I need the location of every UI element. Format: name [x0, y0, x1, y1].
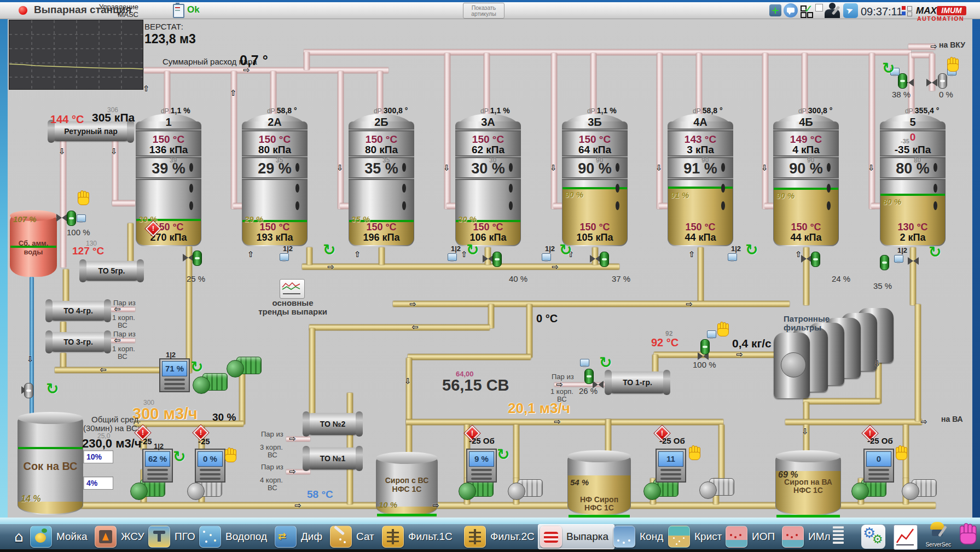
serversec-icon[interactable]: ServerSec — [925, 521, 952, 549]
stacked-bars-icon[interactable] — [833, 526, 844, 544]
user-service-icon[interactable] — [824, 2, 842, 19]
show-articles-button[interactable]: Показать артикулы — [463, 3, 505, 19]
manual-mode-hand-icon — [895, 445, 908, 460]
vku-valve-b[interactable] — [938, 73, 947, 89]
taskbar-item-pgo[interactable]: ПГО — [148, 526, 195, 548]
filters-label-2: фильтры — [784, 323, 821, 332]
trend-tray-icon[interactable] — [894, 525, 918, 550]
taskbar-item-iml[interactable]: ИМл — [782, 526, 831, 548]
selector-1-2[interactable]: 1|2 — [166, 351, 176, 359]
taskbar-item-moika[interactable]: Мойка — [30, 526, 88, 548]
telegram-icon[interactable]: ➤ — [843, 3, 858, 18]
drain-valve[interactable] — [24, 383, 33, 398]
hx-to-n2[interactable]: ТО №2 — [305, 413, 360, 435]
steam-total-value: 0,7 ° — [240, 53, 268, 68]
hx-to-n1[interactable]: ТО №1 — [305, 448, 360, 469]
selector-1-2[interactable]: 1|2 — [283, 245, 293, 253]
chat-icon[interactable] — [784, 3, 798, 18]
pump-gray[interactable] — [508, 478, 543, 501]
network-check-icon[interactable]: ✓ — [801, 4, 814, 18]
sirop-vs-tank[interactable]: Сироп с ВС НФС 1С 10 % — [376, 452, 438, 516]
evaporator-5[interactable]: dP 355,4 ° 5 0 -35 -35 кПа 80 80 % 80 % … — [880, 114, 946, 246]
setpoint-input-2[interactable]: 4% — [83, 477, 113, 490]
valve-body-icon — [801, 255, 812, 263]
hx-to4[interactable]: ТО 4-гр. — [48, 301, 108, 321]
valve-37[interactable] — [600, 252, 609, 267]
taskbar-item-kond[interactable]: Конд — [613, 526, 663, 548]
pump-green[interactable] — [227, 356, 262, 379]
nf-sirop-tank[interactable]: 54 % НФ Сироп НФС 1С — [567, 450, 631, 516]
checkbox-icon-1[interactable] — [815, 4, 823, 11]
mini-trend-chart[interactable] — [9, 20, 143, 90]
selector-1-2[interactable]: 1|2 — [154, 442, 164, 450]
evaporator-4a[interactable]: dP 58,8 ° 4А 143 °C 3 кПа 90 91 % 91 % 1… — [668, 114, 733, 246]
taskbar-item-filt2c[interactable]: Фильт.2С — [464, 526, 535, 548]
desktop-right-strip — [972, 0, 980, 552]
taskbar-item-vyparka-active[interactable]: Выпарка — [538, 524, 614, 549]
vfd-0[interactable]: 0 % — [195, 449, 225, 483]
evaporator-2a[interactable]: dP 58,8 ° 2А 150 °C 80 кПа 35 29 % 29 % … — [242, 114, 308, 246]
add-icon[interactable]: + — [769, 4, 781, 16]
taskbar-item-zhsu[interactable]: ЖСУ — [95, 526, 144, 548]
verstat-value: 123,8 м3 — [144, 32, 196, 47]
vfd-62[interactable]: 62 % — [142, 449, 173, 483]
trends-button[interactable] — [280, 279, 305, 299]
vfd-9[interactable]: 9 % — [466, 449, 497, 483]
taskbar-item-dif[interactable]: ⇄ Диф — [275, 526, 322, 548]
valve-monitor-icon — [707, 330, 716, 338]
manual-mode-hand-icon — [224, 448, 237, 462]
ammonia-level: 107 % — [13, 214, 37, 224]
valve-24[interactable] — [811, 252, 820, 267]
selector-1-2[interactable]: 1|2 — [731, 245, 741, 253]
evaporator-3b[interactable]: dP 1,1 % 3Б 150 °C 64 кПа 90 90 % 90 % 1… — [562, 114, 628, 246]
valve-25-label: 25 % — [187, 274, 205, 283]
auto-mode-icon: ↻ — [497, 448, 509, 462]
vfd-71[interactable]: 71 % — [159, 358, 190, 392]
record-indicator-icon — [19, 6, 27, 15]
manual-mode-hand-icon — [947, 57, 960, 71]
evaporator-1[interactable]: dP 1,1 % 1 150 °C 136 кПа 39 39 % 39 % 1… — [136, 114, 201, 246]
pump-gray[interactable] — [699, 477, 734, 500]
taskbar-item-sat[interactable]: Сат — [330, 526, 374, 548]
selector-1-2[interactable]: 1|2 — [897, 246, 907, 254]
touch-hand-icon[interactable] — [959, 523, 978, 544]
hx-to3[interactable]: ТО 3-гр. — [48, 332, 108, 352]
vku-valve-a[interactable] — [898, 73, 907, 89]
valve-100pct[interactable] — [67, 211, 76, 226]
valve-40-label: 40 % — [509, 274, 527, 283]
juice-tank[interactable]: Сок на ВС 14 % — [18, 412, 83, 515]
temp-0: 0 °C — [536, 312, 558, 325]
warn-minus25-b: -25 — [198, 437, 210, 446]
pump-gray[interactable] — [902, 478, 937, 501]
valve-35-label: 35 % — [873, 281, 892, 290]
logo-squares-icon — [902, 6, 913, 17]
auto-mode-icon: ↻ — [190, 360, 203, 374]
desktop-left-strip — [0, 0, 8, 552]
selector-1-2[interactable]: 1|2 — [545, 245, 555, 253]
settings-gears-icon[interactable]: ⚙ ⚙ — [861, 525, 885, 549]
auto-mode-icon: ↻ — [173, 450, 185, 464]
valve-35[interactable] — [880, 255, 889, 270]
hx-to5[interactable]: ТО 5гр. — [82, 261, 141, 281]
setpoint-input-1[interactable]: 10% — [83, 450, 113, 463]
taskbar-item-filt1c[interactable]: Фильт.1С — [382, 526, 453, 548]
valve-26[interactable] — [584, 369, 594, 384]
taskbar-item-vodopod[interactable]: Водопод — [199, 526, 267, 548]
home-icon[interactable]: ⌂ — [14, 528, 24, 545]
evaporator-4b[interactable]: dP 300,8 ° 4Б 149 °C 4 кПа 90 90 % 90 % … — [773, 114, 839, 246]
vfd-11[interactable]: 11 — [656, 449, 686, 483]
hx-to1gr[interactable]: ТО 1-гр. — [607, 371, 668, 393]
sirop-va-tank[interactable]: 69 % Сироп на ВА НФС 1С — [775, 450, 841, 516]
valve-40[interactable] — [492, 252, 502, 267]
vfd-0b[interactable]: 0 — [863, 449, 894, 483]
valve-26-label: 26 % — [579, 386, 598, 396]
filters-label-1: Патронные — [784, 314, 830, 323]
selector-1-2[interactable]: 1|2 — [451, 245, 461, 253]
valve-100b-label: 100 % — [693, 360, 716, 369]
taskbar-item-krist[interactable]: Крист — [668, 526, 722, 548]
evaporator-2b[interactable]: dP 300,8 ° 2Б 150 °C 80 кПа 35 35 % 35 %… — [349, 114, 414, 246]
valve-100b[interactable] — [700, 339, 710, 355]
valve-25[interactable] — [193, 251, 202, 266]
evaporator-3a[interactable]: dP 1,1 % 3А 150 °C 62 кПа 30 30 % 30 % 1… — [455, 114, 521, 246]
taskbar-item-iop[interactable]: ИОП — [726, 526, 775, 548]
